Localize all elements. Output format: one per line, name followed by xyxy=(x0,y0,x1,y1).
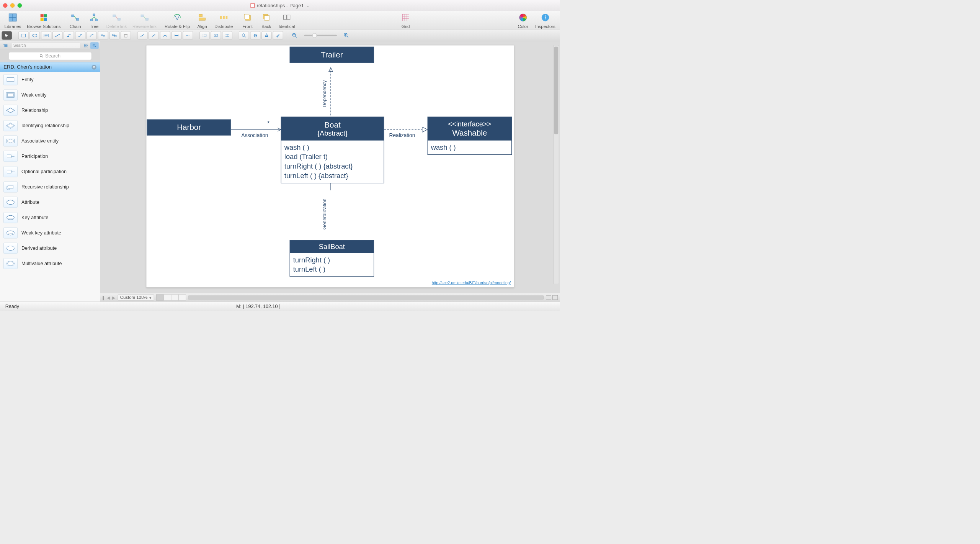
shape-item[interactable]: Recursive relationship xyxy=(0,179,100,195)
shape-item[interactable]: Entity xyxy=(0,72,100,87)
measure-tool[interactable] xyxy=(172,31,181,39)
source-url[interactable]: http://sce2.umkc.edu/BIT/burrise/pl/mode… xyxy=(432,281,511,285)
sidebar-filter-input[interactable] xyxy=(11,43,80,49)
sidebar-grid-icon[interactable] xyxy=(82,42,90,49)
horizontal-scrollbar[interactable] xyxy=(188,295,544,299)
uml-class-harbor[interactable]: Harbor xyxy=(147,119,231,135)
rect-tool[interactable] xyxy=(18,31,28,39)
minimize-window-button[interactable] xyxy=(10,3,15,8)
arrow-tool[interactable] xyxy=(149,31,159,39)
shape-item[interactable]: Optional participation xyxy=(0,164,100,179)
uml-class-boat[interactable]: Boat {Abstract} wash ( ) load (Trailer t… xyxy=(281,117,384,184)
close-window-button[interactable] xyxy=(3,3,7,8)
page-tabs[interactable] xyxy=(156,294,186,300)
connector-5-tool[interactable] xyxy=(98,31,108,39)
zoom-slider[interactable] xyxy=(304,35,337,36)
svg-line-56 xyxy=(140,34,144,36)
svg-rect-25 xyxy=(225,16,227,19)
svg-rect-29 xyxy=(265,16,270,21)
shape-item[interactable]: Weak entity xyxy=(0,87,100,103)
realization-label: Realization xyxy=(389,133,415,139)
shape-item[interactable]: Relationship xyxy=(0,103,100,118)
distribute-button[interactable]: Distribute xyxy=(214,12,233,29)
svg-rect-80 xyxy=(85,44,86,45)
svg-rect-62 xyxy=(203,34,206,36)
page-bar: ‖ ◀ ▶ Custom 108% ▾ xyxy=(100,293,560,302)
color-button[interactable]: Color xyxy=(516,12,529,29)
zoom-window-button[interactable] xyxy=(18,3,22,8)
delete-tool[interactable] xyxy=(121,31,131,39)
connector-4-tool[interactable] xyxy=(87,31,96,39)
vertical-scrollbar[interactable] xyxy=(554,45,559,284)
identical-button[interactable]: Identical xyxy=(279,12,295,29)
svg-rect-27 xyxy=(244,14,249,19)
text-tool[interactable] xyxy=(41,31,51,39)
svg-point-42 xyxy=(33,34,37,37)
ellipse-tool[interactable] xyxy=(30,31,40,39)
line-tool[interactable] xyxy=(137,31,147,39)
snap-tool-2[interactable] xyxy=(211,31,221,39)
rotate-flip-button[interactable]: Rotate & Flip xyxy=(165,12,190,29)
uml-class-trailer[interactable]: Trailer xyxy=(290,47,374,63)
canvas-area: Trailer Harbor Boat {Abstract} wash ( ) xyxy=(100,41,560,301)
pan-tool[interactable] xyxy=(250,31,260,39)
shape-item[interactable]: Identifying relationship xyxy=(0,118,100,133)
shape-list: Entity Weak entity Relationship Identify… xyxy=(0,72,100,301)
page-next-button[interactable]: ▶ xyxy=(112,295,116,300)
curve-tool[interactable] xyxy=(160,31,170,39)
shape-item[interactable]: Attribute xyxy=(0,195,100,210)
reverse-link-button[interactable]: Reverse link xyxy=(132,12,157,29)
libraries-button[interactable]: Libraries xyxy=(4,12,21,29)
chain-button[interactable]: Chain xyxy=(69,12,82,29)
title-dropdown-icon[interactable]: ⌄ xyxy=(306,3,310,8)
back-button[interactable]: Back xyxy=(260,12,273,29)
svg-rect-91 xyxy=(7,139,15,143)
connector-6-tool[interactable] xyxy=(109,31,119,39)
eyedrop-tool[interactable] xyxy=(273,31,283,39)
association-label: Association xyxy=(241,133,268,139)
svg-rect-16 xyxy=(113,15,116,17)
browse-solutions-button[interactable]: Browse Solutions xyxy=(27,12,60,29)
view-mode-1[interactable] xyxy=(546,295,551,300)
grid-button[interactable]: Grid xyxy=(399,12,412,29)
category-header[interactable]: ERD, Chen's notation ✕ xyxy=(0,62,100,72)
inspectors-button[interactable]: iInspectors xyxy=(535,12,555,29)
diagram-page[interactable]: Trailer Harbor Boat {Abstract} wash ( ) xyxy=(146,45,514,288)
connector-1-tool[interactable] xyxy=(52,31,62,39)
pointer-tool[interactable] xyxy=(2,31,12,39)
stamp-tool[interactable] xyxy=(261,31,271,39)
front-button[interactable]: Front xyxy=(241,12,254,29)
search-input[interactable]: Search xyxy=(8,52,91,60)
sidebar-outline-icon[interactable] xyxy=(1,42,10,49)
zoom-in-button[interactable] xyxy=(341,31,351,39)
pagebar-handle-icon[interactable]: ‖ xyxy=(102,295,105,300)
shape-item[interactable]: Derived attribute xyxy=(0,241,100,256)
zoom-out-button[interactable] xyxy=(290,31,300,39)
svg-point-86 xyxy=(40,54,42,57)
snap-tool-3[interactable] xyxy=(222,31,232,39)
zoom-level[interactable]: Custom 108% ▾ xyxy=(118,294,154,300)
page-prev-button[interactable]: ◀ xyxy=(107,295,110,300)
shape-item[interactable]: Weak key attribute xyxy=(0,225,100,241)
align-button[interactable]: Align xyxy=(196,12,209,29)
svg-rect-8 xyxy=(77,18,79,20)
sidebar-search-icon[interactable] xyxy=(90,42,99,49)
measure-tool-2[interactable] xyxy=(183,31,193,39)
svg-rect-88 xyxy=(7,78,14,82)
category-close-icon[interactable]: ✕ xyxy=(91,65,96,70)
uml-interface-washable[interactable]: <<interface>> Washable wash ( ) xyxy=(428,117,512,155)
snap-tool-1[interactable] xyxy=(199,31,209,39)
uml-class-sailboat[interactable]: SailBoat turnRight ( ) turnLeft ( ) xyxy=(290,240,374,277)
connector-3-tool[interactable] xyxy=(75,31,85,39)
svg-point-47 xyxy=(56,36,56,37)
svg-rect-20 xyxy=(145,18,148,20)
delete-link-button[interactable]: Delete link xyxy=(106,12,127,29)
zoom-tool[interactable] xyxy=(239,31,249,39)
view-mode-2[interactable] xyxy=(552,295,558,300)
tree-button[interactable]: Tree xyxy=(88,12,101,29)
shape-item[interactable]: Associative entity xyxy=(0,133,100,149)
shape-item[interactable]: Key attribute xyxy=(0,210,100,225)
shape-item[interactable]: Participation xyxy=(0,149,100,164)
connector-2-tool[interactable] xyxy=(64,31,74,39)
shape-item[interactable]: Multivalue attribute xyxy=(0,256,100,271)
